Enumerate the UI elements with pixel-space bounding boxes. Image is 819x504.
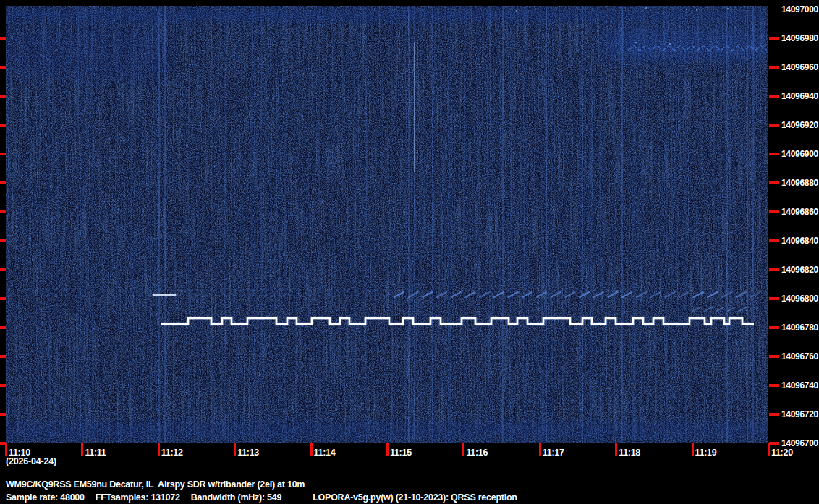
noise-streak: [252, 6, 253, 443]
noise-streak: [40, 6, 41, 443]
time-tick-label: 11:18: [619, 448, 640, 458]
noise-streak: [354, 6, 355, 443]
noise-streak: [600, 6, 601, 443]
noise-streak: [85, 6, 88, 443]
noise-streak: [666, 6, 667, 443]
spectrogram-plot: [6, 6, 768, 443]
noise-streak: [377, 6, 378, 443]
noise-streak: [61, 6, 61, 443]
noise-streak: [632, 6, 633, 443]
time-tick-label: 11:13: [237, 448, 259, 458]
freq-tick-label: 14096900: [781, 150, 818, 158]
time-tick-label: 11:20: [771, 448, 793, 458]
noise-streak: [117, 6, 119, 443]
noise-streak: [92, 6, 93, 443]
time-tick-mark: [5, 443, 7, 456]
noise-streak: [671, 6, 673, 443]
time-tick-mark: [539, 443, 541, 456]
noise-streak: [651, 6, 653, 443]
station-info-line: WM9C/KQ9RSS EM59nu Decatur, IL Airspy SD…: [6, 479, 305, 490]
freq-tick-label: 14096920: [781, 121, 818, 129]
noise-streak: [678, 6, 679, 443]
freq-tick-label: 14096940: [781, 92, 818, 101]
bright-speck: [727, 8, 729, 9]
noise-streak: [603, 6, 604, 443]
freq-tick-mark-right: [769, 297, 779, 300]
freq-tick-mark-left: [0, 181, 6, 184]
bright-streak: [621, 6, 623, 443]
noise-streak: [148, 6, 149, 443]
noise-streak: [276, 6, 278, 443]
bright-speck: [635, 42, 637, 43]
noise-streak: [240, 6, 241, 443]
noise-streak: [703, 6, 705, 443]
freq-tick-mark-left: [0, 124, 6, 127]
time-tick-mark: [81, 443, 83, 456]
bright-speck: [516, 10, 517, 12]
time-tick-label: 11:15: [390, 448, 412, 458]
noise-streak: [580, 6, 582, 443]
bright-streak: [432, 6, 433, 443]
freq-tick-mark-left: [0, 37, 6, 40]
noise-streak: [296, 6, 297, 443]
noise-streak: [224, 6, 226, 443]
noise-streak: [729, 6, 731, 443]
noise-streak: [765, 6, 766, 443]
time-tick-label: 11:14: [314, 448, 336, 458]
noise-streak: [405, 6, 407, 443]
freq-tick-mark-right: [769, 355, 779, 358]
bright-streak: [408, 6, 410, 443]
freq-tick-mark-left: [0, 66, 6, 69]
freq-tick-mark-right: [769, 210, 779, 213]
bright-streak: [582, 6, 583, 443]
bright-streak-segment: [414, 42, 415, 172]
bright-streak: [164, 6, 166, 443]
noise-streak: [80, 6, 82, 443]
bright-speck: [696, 9, 697, 11]
noise-streak: [360, 6, 362, 443]
noise-streak: [284, 6, 286, 443]
freq-tick-mark-right: [769, 268, 779, 271]
capture-settings-line: Sample rate: 48000FFTsamples: 131072Band…: [6, 492, 517, 503]
noise-streak: [355, 6, 356, 443]
noise-streak: [8, 6, 9, 443]
bright-streak: [726, 6, 728, 443]
noise-streak: [464, 6, 466, 443]
freq-tick-mark-right: [769, 413, 779, 416]
noise-band-top-left: [6, 27, 172, 78]
spectrogram-canvas: [6, 6, 768, 443]
noise-streak: [319, 6, 321, 443]
noise-streak: [331, 6, 333, 443]
noise-streak: [449, 6, 450, 443]
freq-tick-label: 14096880: [781, 179, 818, 187]
noise-band-bottom: [6, 422, 768, 440]
noise-streak: [191, 6, 192, 443]
freq-tick-mark-right: [769, 37, 779, 40]
noise-streak: [713, 6, 715, 443]
freq-tick-mark-left: [0, 413, 6, 416]
bright-streak: [546, 6, 547, 443]
noise-streak: [523, 6, 525, 443]
noise-streak: [254, 6, 255, 443]
noise-streak: [477, 6, 478, 443]
bright-speck: [669, 43, 671, 45]
noise-streak: [306, 6, 307, 443]
noise-streak: [365, 6, 367, 443]
noise-streak: [103, 6, 106, 443]
noise-streak: [188, 6, 190, 443]
noise-streak: [444, 6, 446, 443]
freq-tick-mark-right: [769, 66, 779, 69]
noise-streak: [739, 6, 741, 443]
freq-tick-mark-right: [769, 124, 779, 127]
noise-streak: [423, 6, 425, 443]
freq-tick-label: 14096840: [781, 236, 818, 245]
freq-tick-mark-right: [769, 181, 779, 184]
freq-tick-mark-left: [0, 355, 6, 358]
noise-streak: [155, 6, 156, 443]
noise-streak: [591, 6, 593, 443]
noise-streak: [278, 6, 279, 443]
info-item: LOPORA-v5g.py(w) (21-10-2023): QRSS rece…: [313, 492, 517, 503]
freq-tick-mark-right: [769, 442, 779, 445]
noise-streak: [452, 6, 454, 443]
noise-streak: [510, 6, 512, 443]
